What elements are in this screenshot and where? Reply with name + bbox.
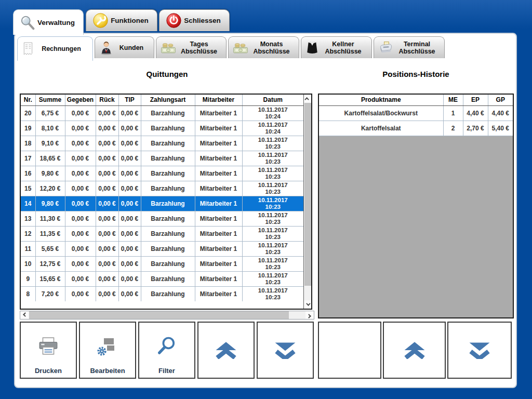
quittungen-horizontal-scrollbar[interactable] xyxy=(20,311,314,320)
page-up-button[interactable] xyxy=(197,322,255,379)
chevron-up-icon xyxy=(403,341,427,359)
scroll-left-button[interactable] xyxy=(20,311,29,319)
quittungen-column-header[interactable]: Mitarbeiter xyxy=(195,95,242,105)
quittungen-row[interactable]: 1311,30 €0,00 €0,00 €0,00 €BarzahlungMit… xyxy=(21,211,303,226)
sub-tab-terminal-abschluesse[interactable]: TerminalAbschlüsse xyxy=(374,36,445,58)
horizontal-scrollbar-thumb[interactable] xyxy=(29,311,289,319)
sub-tab-label: Kunden xyxy=(113,44,150,51)
button-label: Drucken xyxy=(21,367,76,375)
money-icon xyxy=(161,42,176,54)
positions-cell: Kartoffelsalat xyxy=(319,121,443,136)
quittungen-column-header[interactable]: TIP xyxy=(118,95,141,105)
positions-page-down-button[interactable] xyxy=(447,322,512,379)
quittungen-row[interactable]: 198,10 €0,00 €0,00 €0,00 €BarzahlungMita… xyxy=(21,121,303,136)
sub-tab-tages-abschluesse[interactable]: TagesAbschlüsse xyxy=(156,36,227,58)
positions-column-header[interactable]: Produktname xyxy=(319,95,443,105)
chevron-left-icon xyxy=(23,312,27,316)
quittungen-row[interactable]: 206,75 €0,00 €0,00 €0,00 €BarzahlungMita… xyxy=(21,105,303,121)
quittungen-column-header[interactable]: Summe xyxy=(35,95,65,105)
quittungen-cell: 0,00 € xyxy=(118,121,141,136)
quittungen-column-header[interactable]: Nr. xyxy=(21,95,35,105)
quittungen-row[interactable]: 1512,20 €0,00 €0,00 €0,00 €BarzahlungMit… xyxy=(21,181,303,196)
quittungen-cell: Barzahlung xyxy=(141,271,195,286)
quittungen-row[interactable]: 915,65 €0,00 €0,00 €0,00 €BarzahlungMita… xyxy=(21,271,303,286)
positions-cell: 2 xyxy=(443,121,463,136)
quittungen-cell: Mitarbeiter 1 xyxy=(195,105,242,121)
quittungen-cell-datum: 10.11.201710:23 xyxy=(242,256,303,271)
quittungen-cell: 0,00 € xyxy=(96,256,118,271)
quittungen-cell: Barzahlung xyxy=(141,105,195,121)
blank-button[interactable] xyxy=(318,322,381,379)
chevron-down-icon xyxy=(306,301,310,305)
quittungen-cell: 0,00 € xyxy=(118,166,141,181)
quittungen-cell-datum: 10.11.201710:24 xyxy=(242,105,303,121)
quittungen-cell: 0,00 € xyxy=(96,136,118,151)
scroll-up-button[interactable] xyxy=(304,95,311,103)
quittungen-cell: Barzahlung xyxy=(141,241,195,256)
quittungen-cell: 9,80 € xyxy=(35,196,65,211)
scroll-down-button[interactable] xyxy=(304,300,311,309)
quittungen-cell: 12,20 € xyxy=(35,181,65,196)
quittungen-cell: 0,00 € xyxy=(118,286,141,301)
quittungen-row[interactable]: 87,20 €0,00 €0,00 €0,00 €BarzahlungMitar… xyxy=(21,286,303,301)
sub-tab-monats-abschluesse[interactable]: MonatsAbschlüsse xyxy=(228,36,299,58)
sub-tab-rechnungen[interactable]: Rechnungen xyxy=(17,36,93,61)
quittungen-row[interactable]: 189,10 €0,00 €0,00 €0,00 €BarzahlungMita… xyxy=(21,136,303,151)
quittungen-row[interactable]: 115,65 €0,00 €0,00 €0,00 €BarzahlungMita… xyxy=(21,241,303,256)
quittungen-row[interactable]: 1211,35 €0,00 €0,00 €0,00 €BarzahlungMit… xyxy=(21,226,303,241)
quittungen-cell: 0,00 € xyxy=(96,181,118,196)
quittungen-cell: 0,00 € xyxy=(96,226,118,241)
vertical-scrollbar-thumb[interactable] xyxy=(304,103,311,286)
quittungen-table: Nr.SummeGegebenRückTIPZahlungsartMitarbe… xyxy=(20,94,312,310)
quittungen-cell: Mitarbeiter 1 xyxy=(195,286,242,301)
quittungen-cell: Barzahlung xyxy=(141,136,195,151)
chevron-right-icon xyxy=(307,314,311,318)
waiter-icon xyxy=(305,41,319,55)
quittungen-column-header[interactable]: Datum xyxy=(242,95,303,105)
button-label: Bearbeiten xyxy=(80,367,135,375)
drucken-button[interactable]: Drucken xyxy=(20,322,77,379)
sub-tab-kellner-abschluesse[interactable]: KellnerAbschlüsse xyxy=(301,36,372,58)
positions-column-header[interactable]: ME xyxy=(443,95,463,105)
quittungen-cell: 0,00 € xyxy=(96,166,118,181)
tab-verwaltung[interactable]: Verwaltung xyxy=(13,9,84,35)
positions-column-header[interactable]: GP xyxy=(488,95,513,105)
quittungen-row[interactable]: 1012,75 €0,00 €0,00 €0,00 €BarzahlungMit… xyxy=(21,256,303,271)
filter-button[interactable]: Filter xyxy=(138,322,195,379)
quittungen-cell: 7,20 € xyxy=(35,286,65,301)
quittungen-cell: 0,00 € xyxy=(65,241,96,256)
quittungen-cell: 0,00 € xyxy=(118,105,141,121)
positions-historie-title: Positions-Historie xyxy=(318,70,514,78)
quittungen-column-header[interactable]: Gegeben xyxy=(65,95,96,105)
positions-cell: 5,40 € xyxy=(488,121,513,136)
quittungen-cell: Barzahlung xyxy=(141,256,195,271)
quittungen-cell: 0,00 € xyxy=(65,286,96,301)
positions-page-up-button[interactable] xyxy=(383,322,446,379)
quittungen-header-row: Nr.SummeGegebenRückTIPZahlungsartMitarbe… xyxy=(21,95,303,105)
quittungen-row[interactable]: 1718,65 €0,00 €0,00 €0,00 €BarzahlungMit… xyxy=(21,151,303,166)
tab-schliessen[interactable]: Schliessen xyxy=(159,9,230,31)
quittungen-cell: 0,00 € xyxy=(65,226,96,241)
positions-column-header[interactable]: EP xyxy=(463,95,488,105)
positions-row[interactable]: Kartoffelsalat22,70 €5,40 € xyxy=(319,121,513,136)
quittungen-row[interactable]: 149,80 €0,00 €0,00 €0,00 €BarzahlungMita… xyxy=(21,196,303,211)
scroll-right-button[interactable] xyxy=(305,311,314,319)
page-down-button[interactable] xyxy=(257,322,314,379)
quittungen-cell: 0,00 € xyxy=(96,286,118,301)
quittungen-column-header[interactable]: Rück xyxy=(96,95,118,105)
quittungen-cell: Mitarbeiter 1 xyxy=(195,271,242,286)
tab-funktionen[interactable]: Funktionen xyxy=(86,9,157,31)
filter-icon xyxy=(155,335,178,358)
quittungen-cell-datum: 10.11.201710:23 xyxy=(242,241,303,256)
sub-tab-kunden[interactable]: Kunden xyxy=(95,36,154,58)
quittungen-title: Quittungen xyxy=(20,70,314,78)
chevron-down-icon xyxy=(273,341,297,359)
positions-row[interactable]: Kartoffelsalat/Bockwurst14,40 €4,40 € xyxy=(319,105,513,121)
sub-tab-label: KellnerAbschlüsse xyxy=(319,41,367,55)
quittungen-column-header[interactable]: Zahlungsart xyxy=(141,95,195,105)
bearbeiten-button[interactable]: Bearbeiten xyxy=(79,322,136,379)
button-label: Filter xyxy=(139,367,194,375)
printer-icon xyxy=(37,337,60,356)
quittungen-vertical-scrollbar[interactable] xyxy=(303,95,311,309)
quittungen-row[interactable]: 169,80 €0,00 €0,00 €0,00 €BarzahlungMita… xyxy=(21,166,303,181)
